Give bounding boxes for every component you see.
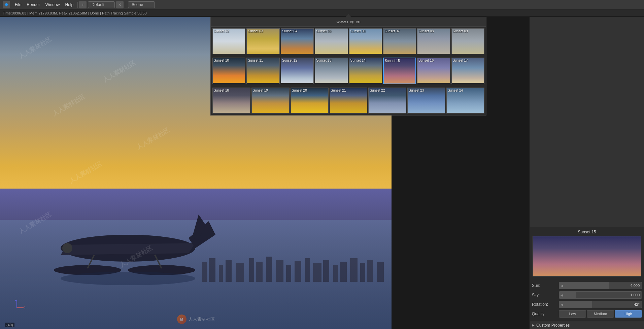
hdri-label-sunset-19: Sunset 19 bbox=[253, 89, 268, 92]
hdri-thumb-sunset-10[interactable]: Sunset 10 bbox=[212, 58, 245, 84]
layout-add-button[interactable]: + bbox=[79, 1, 87, 8]
custom-properties-header[interactable]: ▶ Custom Properties bbox=[530, 321, 644, 329]
selected-preview-label: Sunset 15 bbox=[533, 230, 641, 234]
layout-dropdown[interactable]: Default bbox=[88, 1, 115, 8]
svg-rect-13 bbox=[226, 260, 232, 282]
scene-dropdown[interactable]: Scene bbox=[128, 1, 155, 8]
svg-rect-29 bbox=[377, 262, 384, 282]
svg-text:X: X bbox=[24, 306, 25, 310]
menu-render[interactable]: Render bbox=[24, 2, 42, 8]
hdri-thumb-sunset-14[interactable]: Sunset 14 bbox=[349, 58, 382, 84]
menu-bar: 🔷 File Render Window Help + Default ✕ Sc… bbox=[0, 0, 644, 9]
hdri-label-sunset-10: Sunset 10 bbox=[214, 59, 229, 62]
svg-rect-28 bbox=[367, 260, 373, 282]
hdri-site-url: www.rrcg.cn bbox=[337, 19, 361, 24]
quality-low-button[interactable]: Low bbox=[559, 310, 586, 318]
hdri-thumb-sunset-11[interactable]: Sunset 11 bbox=[246, 58, 279, 84]
hdri-label-sunset-20: Sunset 20 bbox=[292, 89, 307, 92]
status-bar: Time:00:06.83 | Mem:21798.83M, Peak:2186… bbox=[0, 9, 644, 17]
quality-label: Quality: bbox=[532, 311, 559, 316]
quality-high-button[interactable]: High bbox=[615, 310, 642, 318]
svg-rect-26 bbox=[350, 258, 358, 282]
blender-icon[interactable]: 🔷 bbox=[3, 1, 10, 8]
hdri-thumb-sunset-17[interactable]: Sunset 17 bbox=[451, 58, 484, 84]
svg-rect-18 bbox=[276, 260, 283, 282]
hdri-label-sunset-22: Sunset 22 bbox=[370, 89, 385, 92]
hdri-label-sunset-13: Sunset 13 bbox=[316, 59, 331, 62]
hdri-thumb-sunset-24[interactable]: Sunset 24 bbox=[446, 88, 484, 113]
status-text: Time:00:06.83 | Mem:21798.83M, Peak:2186… bbox=[3, 11, 147, 15]
hdri-thumb-sunset-15[interactable]: Sunset 15 bbox=[383, 58, 416, 84]
watermark-community: 人人素材社区 bbox=[189, 316, 215, 322]
hdri-label-sunset-15: Sunset 15 bbox=[385, 59, 400, 63]
sky-value: 1.000 bbox=[630, 293, 640, 297]
hdri-grid-row1: Sunset 02Sunset 03Sunset 04Sunset 05Suns… bbox=[211, 27, 486, 56]
hdri-thumb-sunset-22[interactable]: Sunset 22 bbox=[368, 88, 406, 113]
right-panel-top bbox=[530, 17, 644, 227]
hdri-thumb-sunset-08[interactable]: Sunset 08 bbox=[417, 28, 450, 54]
svg-rect-17 bbox=[266, 257, 272, 282]
hdri-thumb-sunset-20[interactable]: Sunset 20 bbox=[291, 88, 329, 113]
layout-close-button[interactable]: ✕ bbox=[116, 1, 124, 8]
hdri-label-sunset-24: Sunset 24 bbox=[448, 89, 463, 92]
hdri-thumb-sunset-03[interactable]: Sunset 03 bbox=[246, 28, 279, 54]
sun-slider[interactable]: ◀ 4.000 bbox=[559, 282, 642, 289]
hdri-thumb-sunset-16[interactable]: Sunset 16 bbox=[417, 58, 450, 84]
hdri-label-sunset-08: Sunset 08 bbox=[418, 29, 434, 33]
main-content: 人人素材社区 人人素材社区 人人素材社区 人人素材社区 人人素材社区 人人素材社… bbox=[0, 17, 644, 329]
sky-slider-left-arrow: ◀ bbox=[561, 293, 563, 297]
rotation-slider[interactable]: ◀ -42° bbox=[559, 301, 642, 308]
hdri-label-sunset-12: Sunset 12 bbox=[282, 59, 297, 62]
hdri-label-sunset-16: Sunset 16 bbox=[418, 59, 434, 62]
hdri-thumb-sunset-12[interactable]: Sunset 12 bbox=[281, 58, 314, 84]
hdri-label-sunset-11: Sunset 11 bbox=[248, 59, 263, 62]
menu-window[interactable]: Window bbox=[43, 2, 63, 8]
hdri-thumb-sunset-23[interactable]: Sunset 23 bbox=[407, 88, 445, 113]
sun-label: Sun: bbox=[532, 283, 559, 288]
hdri-thumb-sunset-06[interactable]: Sunset 06 bbox=[349, 28, 382, 54]
hdri-label-sunset-02: Sunset 02 bbox=[214, 29, 229, 33]
sun-value: 4.000 bbox=[630, 284, 640, 288]
frame-counter: (40) bbox=[5, 323, 14, 327]
menu-file[interactable]: File bbox=[12, 2, 24, 8]
rotation-label: Rotation: bbox=[532, 302, 559, 307]
properties-panel: Sun: ◀ 4.000 Sky: ◀ 1.000 Rotation: bbox=[530, 279, 644, 321]
hdri-grid-row2: Sunset 10Sunset 11Sunset 12Sunset 13Suns… bbox=[211, 56, 486, 86]
hdri-panel: www.rrcg.cn Sunset 02Sunset 03Sunset 04S… bbox=[210, 17, 486, 116]
sky-property-row: Sky: ◀ 1.000 bbox=[532, 291, 642, 299]
sky-slider[interactable]: ◀ 1.000 bbox=[559, 291, 642, 299]
separator-2 bbox=[125, 2, 125, 8]
hdri-thumb-sunset-04[interactable]: Sunset 04 bbox=[281, 28, 314, 54]
svg-rect-22 bbox=[313, 263, 321, 282]
hdri-label-sunset-05: Sunset 05 bbox=[316, 29, 331, 33]
hdri-thumb-sunset-05[interactable]: Sunset 05 bbox=[315, 28, 348, 54]
hdri-thumb-sunset-02[interactable]: Sunset 02 bbox=[212, 28, 245, 54]
hdri-label-sunset-21: Sunset 21 bbox=[331, 89, 346, 92]
svg-rect-27 bbox=[360, 263, 365, 282]
hdri-thumb-sunset-19[interactable]: Sunset 19 bbox=[251, 88, 290, 113]
hdri-thumb-sunset-18[interactable]: Sunset 18 bbox=[212, 88, 250, 113]
panel-arrow bbox=[346, 14, 351, 17]
rotation-slider-fill bbox=[559, 301, 592, 308]
hdri-panel-header: www.rrcg.cn bbox=[211, 17, 486, 27]
quality-medium-button[interactable]: Medium bbox=[587, 310, 614, 318]
rotation-value: -42° bbox=[633, 302, 640, 306]
sun-slider-fill bbox=[559, 282, 609, 289]
svg-rect-15 bbox=[249, 258, 254, 282]
quality-buttons: Low Medium High bbox=[559, 310, 642, 318]
svg-rect-14 bbox=[236, 263, 244, 282]
hdri-thumb-sunset-13[interactable]: Sunset 13 bbox=[315, 58, 348, 84]
selected-preview-image bbox=[533, 236, 641, 276]
viewport-axes: X Z bbox=[8, 299, 25, 317]
selected-preview: Sunset 15 bbox=[530, 227, 644, 279]
hdri-thumb-sunset-09[interactable]: Sunset 09 bbox=[451, 28, 484, 54]
quality-row: Quality: Low Medium High bbox=[532, 309, 642, 318]
hdri-label-sunset-23: Sunset 23 bbox=[409, 89, 424, 92]
sky-label: Sky: bbox=[532, 293, 559, 297]
hdri-thumb-sunset-07[interactable]: Sunset 07 bbox=[383, 28, 416, 54]
svg-rect-19 bbox=[286, 265, 291, 282]
menu-help[interactable]: Help bbox=[62, 2, 76, 8]
svg-rect-21 bbox=[305, 258, 310, 282]
hdri-thumb-sunset-21[interactable]: Sunset 21 bbox=[330, 88, 368, 113]
custom-properties-title: Custom Properties bbox=[536, 323, 570, 328]
